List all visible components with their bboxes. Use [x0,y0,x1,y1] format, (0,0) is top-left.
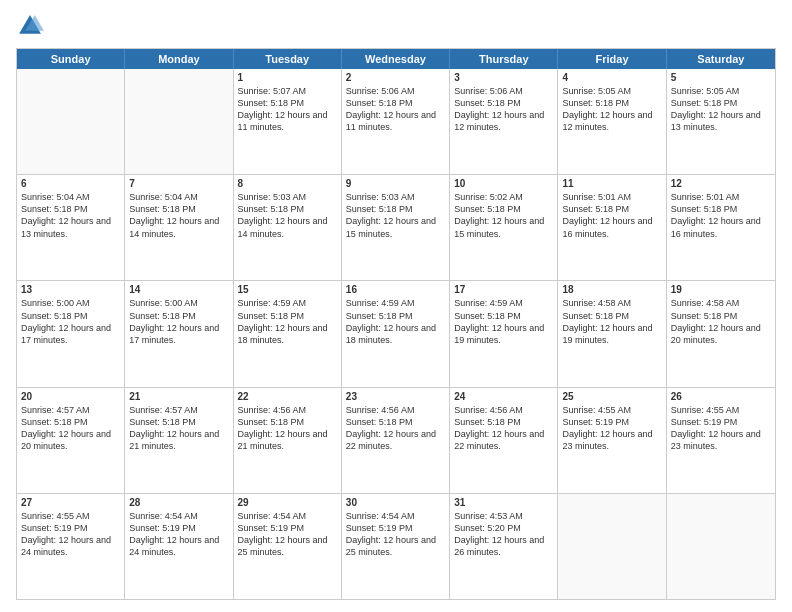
calendar-cell: 4Sunrise: 5:05 AM Sunset: 5:18 PM Daylig… [558,69,666,174]
calendar-cell: 31Sunrise: 4:53 AM Sunset: 5:20 PM Dayli… [450,494,558,599]
cell-info: Sunrise: 5:07 AM Sunset: 5:18 PM Dayligh… [238,85,337,134]
calendar-cell [667,494,775,599]
day-number: 10 [454,178,553,189]
calendar-row: 13Sunrise: 5:00 AM Sunset: 5:18 PM Dayli… [17,280,775,386]
cell-info: Sunrise: 4:58 AM Sunset: 5:18 PM Dayligh… [562,297,661,346]
cell-info: Sunrise: 4:55 AM Sunset: 5:19 PM Dayligh… [671,404,771,453]
day-number: 21 [129,391,228,402]
cell-info: Sunrise: 4:56 AM Sunset: 5:18 PM Dayligh… [238,404,337,453]
calendar-row: 20Sunrise: 4:57 AM Sunset: 5:18 PM Dayli… [17,387,775,493]
header [16,12,776,40]
day-number: 31 [454,497,553,508]
cell-info: Sunrise: 5:01 AM Sunset: 5:18 PM Dayligh… [671,191,771,240]
calendar-cell: 10Sunrise: 5:02 AM Sunset: 5:18 PM Dayli… [450,175,558,280]
cell-info: Sunrise: 4:57 AM Sunset: 5:18 PM Dayligh… [21,404,120,453]
day-number: 19 [671,284,771,295]
day-number: 1 [238,72,337,83]
cell-info: Sunrise: 5:00 AM Sunset: 5:18 PM Dayligh… [21,297,120,346]
calendar-row: 6Sunrise: 5:04 AM Sunset: 5:18 PM Daylig… [17,174,775,280]
cell-info: Sunrise: 5:05 AM Sunset: 5:18 PM Dayligh… [671,85,771,134]
calendar-cell [558,494,666,599]
calendar-row: 27Sunrise: 4:55 AM Sunset: 5:19 PM Dayli… [17,493,775,599]
page: SundayMondayTuesdayWednesdayThursdayFrid… [0,0,792,612]
day-number: 2 [346,72,445,83]
calendar-cell: 9Sunrise: 5:03 AM Sunset: 5:18 PM Daylig… [342,175,450,280]
calendar-cell: 17Sunrise: 4:59 AM Sunset: 5:18 PM Dayli… [450,281,558,386]
calendar-cell: 13Sunrise: 5:00 AM Sunset: 5:18 PM Dayli… [17,281,125,386]
cell-info: Sunrise: 5:01 AM Sunset: 5:18 PM Dayligh… [562,191,661,240]
cell-info: Sunrise: 4:53 AM Sunset: 5:20 PM Dayligh… [454,510,553,559]
cell-info: Sunrise: 4:55 AM Sunset: 5:19 PM Dayligh… [562,404,661,453]
cell-info: Sunrise: 4:58 AM Sunset: 5:18 PM Dayligh… [671,297,771,346]
cell-info: Sunrise: 5:02 AM Sunset: 5:18 PM Dayligh… [454,191,553,240]
cell-info: Sunrise: 4:55 AM Sunset: 5:19 PM Dayligh… [21,510,120,559]
cell-info: Sunrise: 4:56 AM Sunset: 5:18 PM Dayligh… [454,404,553,453]
logo-icon [16,12,44,40]
calendar-cell: 1Sunrise: 5:07 AM Sunset: 5:18 PM Daylig… [234,69,342,174]
header-day: Friday [558,49,666,69]
day-number: 8 [238,178,337,189]
day-number: 18 [562,284,661,295]
day-number: 29 [238,497,337,508]
header-day: Saturday [667,49,775,69]
calendar-cell: 29Sunrise: 4:54 AM Sunset: 5:19 PM Dayli… [234,494,342,599]
calendar-cell: 2Sunrise: 5:06 AM Sunset: 5:18 PM Daylig… [342,69,450,174]
calendar-cell: 14Sunrise: 5:00 AM Sunset: 5:18 PM Dayli… [125,281,233,386]
calendar: SundayMondayTuesdayWednesdayThursdayFrid… [16,48,776,600]
cell-info: Sunrise: 4:59 AM Sunset: 5:18 PM Dayligh… [454,297,553,346]
header-day: Tuesday [234,49,342,69]
day-number: 23 [346,391,445,402]
calendar-cell: 15Sunrise: 4:59 AM Sunset: 5:18 PM Dayli… [234,281,342,386]
day-number: 26 [671,391,771,402]
day-number: 13 [21,284,120,295]
day-number: 4 [562,72,661,83]
calendar-row: 1Sunrise: 5:07 AM Sunset: 5:18 PM Daylig… [17,69,775,174]
day-number: 27 [21,497,120,508]
cell-info: Sunrise: 4:56 AM Sunset: 5:18 PM Dayligh… [346,404,445,453]
cell-info: Sunrise: 4:54 AM Sunset: 5:19 PM Dayligh… [238,510,337,559]
cell-info: Sunrise: 5:04 AM Sunset: 5:18 PM Dayligh… [129,191,228,240]
day-number: 30 [346,497,445,508]
cell-info: Sunrise: 5:03 AM Sunset: 5:18 PM Dayligh… [346,191,445,240]
calendar-cell: 3Sunrise: 5:06 AM Sunset: 5:18 PM Daylig… [450,69,558,174]
day-number: 20 [21,391,120,402]
day-number: 16 [346,284,445,295]
calendar-cell: 20Sunrise: 4:57 AM Sunset: 5:18 PM Dayli… [17,388,125,493]
day-number: 28 [129,497,228,508]
cell-info: Sunrise: 4:59 AM Sunset: 5:18 PM Dayligh… [238,297,337,346]
header-day: Monday [125,49,233,69]
logo [16,12,48,40]
calendar-cell: 23Sunrise: 4:56 AM Sunset: 5:18 PM Dayli… [342,388,450,493]
cell-info: Sunrise: 5:04 AM Sunset: 5:18 PM Dayligh… [21,191,120,240]
calendar-cell: 27Sunrise: 4:55 AM Sunset: 5:19 PM Dayli… [17,494,125,599]
calendar-cell: 12Sunrise: 5:01 AM Sunset: 5:18 PM Dayli… [667,175,775,280]
calendar-cell: 28Sunrise: 4:54 AM Sunset: 5:19 PM Dayli… [125,494,233,599]
calendar-body: 1Sunrise: 5:07 AM Sunset: 5:18 PM Daylig… [17,69,775,599]
day-number: 14 [129,284,228,295]
cell-info: Sunrise: 5:05 AM Sunset: 5:18 PM Dayligh… [562,85,661,134]
cell-info: Sunrise: 5:06 AM Sunset: 5:18 PM Dayligh… [454,85,553,134]
calendar-cell: 7Sunrise: 5:04 AM Sunset: 5:18 PM Daylig… [125,175,233,280]
calendar-cell: 18Sunrise: 4:58 AM Sunset: 5:18 PM Dayli… [558,281,666,386]
calendar-cell: 19Sunrise: 4:58 AM Sunset: 5:18 PM Dayli… [667,281,775,386]
cell-info: Sunrise: 5:03 AM Sunset: 5:18 PM Dayligh… [238,191,337,240]
day-number: 6 [21,178,120,189]
cell-info: Sunrise: 4:54 AM Sunset: 5:19 PM Dayligh… [129,510,228,559]
cell-info: Sunrise: 5:00 AM Sunset: 5:18 PM Dayligh… [129,297,228,346]
cell-info: Sunrise: 4:59 AM Sunset: 5:18 PM Dayligh… [346,297,445,346]
day-number: 11 [562,178,661,189]
cell-info: Sunrise: 4:57 AM Sunset: 5:18 PM Dayligh… [129,404,228,453]
calendar-cell: 8Sunrise: 5:03 AM Sunset: 5:18 PM Daylig… [234,175,342,280]
calendar-cell: 22Sunrise: 4:56 AM Sunset: 5:18 PM Dayli… [234,388,342,493]
day-number: 9 [346,178,445,189]
calendar-header: SundayMondayTuesdayWednesdayThursdayFrid… [17,49,775,69]
calendar-cell: 11Sunrise: 5:01 AM Sunset: 5:18 PM Dayli… [558,175,666,280]
header-day: Wednesday [342,49,450,69]
day-number: 3 [454,72,553,83]
day-number: 5 [671,72,771,83]
calendar-cell [17,69,125,174]
day-number: 24 [454,391,553,402]
day-number: 22 [238,391,337,402]
calendar-cell: 16Sunrise: 4:59 AM Sunset: 5:18 PM Dayli… [342,281,450,386]
day-number: 7 [129,178,228,189]
